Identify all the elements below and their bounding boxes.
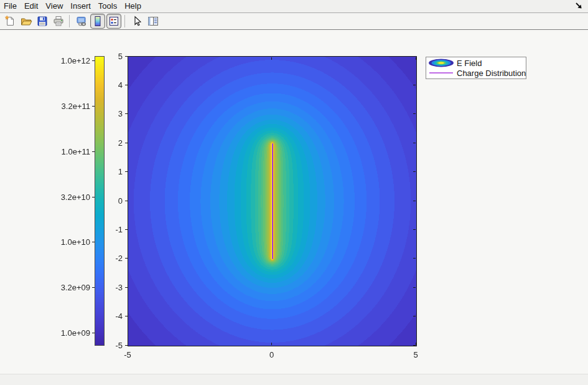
x-axis-tick-top [271, 57, 272, 60]
menu-bar: FileEditViewInsertToolsHelp [0, 0, 588, 13]
link-plot-icon [75, 15, 88, 27]
save-floppy-icon [36, 15, 49, 27]
y-tick-label: 1 [101, 168, 123, 176]
figure-toolbar [0, 13, 588, 30]
colorbar-tick [92, 106, 95, 107]
insert-legend-button[interactable] [106, 14, 121, 29]
pointer-arrow-icon [131, 15, 143, 27]
colorbar-tick-label: 1.0e+10 [54, 238, 90, 246]
efield-contour-swatch [428, 59, 454, 67]
legend-entry-efield: E Field [426, 58, 526, 68]
x-axis-tick-top [416, 57, 416, 60]
legend-label-charge: Charge Distribution [457, 69, 526, 78]
y-axis-tick-right [413, 201, 416, 201]
open-file-button[interactable] [19, 14, 34, 29]
menu-view[interactable]: View [42, 0, 67, 12]
colorbar-tick [92, 333, 95, 333]
y-tick-label: -4 [101, 312, 123, 320]
y-axis-tick [125, 171, 128, 172]
efield-contour-plot [128, 57, 416, 346]
x-tick-label: 0 [259, 351, 284, 359]
axes [128, 56, 417, 346]
y-axis-tick [125, 85, 128, 85]
x-tick-label: 5 [403, 351, 428, 359]
x-axis-tick-top [128, 57, 128, 60]
print-figure-button[interactable] [51, 14, 66, 29]
printer-icon [52, 15, 65, 27]
legend-entry-charge: Charge Distribution [426, 68, 526, 78]
y-tick-label: 0 [101, 197, 123, 205]
y-axis-tick-right [413, 85, 416, 85]
colorbar-tick [92, 60, 95, 61]
colorbar-tick [92, 287, 95, 288]
x-axis-tick [416, 343, 416, 345]
menu-help[interactable]: Help [121, 0, 145, 12]
colorbar-tick-label: 3.2e+11 [54, 102, 90, 110]
y-axis-tick [125, 258, 128, 259]
insert-colorbar-button[interactable] [90, 14, 105, 29]
y-axis-tick [125, 287, 128, 288]
colorbar-tick [92, 242, 95, 242]
y-axis-tick-right [413, 171, 416, 172]
plot-legend[interactable]: E Field Charge Distribution [426, 57, 526, 79]
colorbar-tick-label: 3.2e+10 [54, 193, 90, 201]
y-axis-tick [125, 229, 128, 230]
colorbar-tick [92, 197, 95, 197]
edit-plot-button[interactable] [129, 14, 144, 29]
y-tick-label: -1 [101, 226, 123, 234]
y-axis-tick [125, 113, 128, 114]
new-document-icon [4, 15, 16, 27]
toolbar-separator [124, 15, 125, 27]
y-tick-label: 3 [101, 110, 123, 118]
legend-label-efield: E Field [457, 59, 482, 68]
link-plot-button[interactable] [74, 14, 89, 29]
y-axis-tick-right [413, 56, 416, 57]
menu-file[interactable]: File [0, 0, 21, 12]
y-axis-tick [125, 143, 128, 143]
y-axis-tick [125, 201, 128, 201]
y-axis-tick [125, 56, 128, 57]
x-axis-tick [128, 343, 128, 345]
menu-insert[interactable]: Insert [67, 0, 95, 12]
charge-line-swatch [428, 69, 454, 77]
y-axis-tick-right [413, 316, 416, 316]
status-strip [0, 374, 588, 385]
y-tick-label: 2 [101, 139, 123, 147]
y-axis-tick [125, 316, 128, 316]
colorbar-icon [91, 15, 104, 27]
plot-tools-icon [147, 15, 159, 27]
y-tick-label: -3 [101, 283, 123, 292]
colorbar-tick-label: 1.0e+11 [54, 148, 90, 156]
y-axis-tick-right [413, 287, 416, 288]
colorbar-tick [92, 151, 95, 152]
open-folder-icon [20, 15, 32, 27]
legend-icon [108, 15, 120, 27]
y-tick-label: 5 [101, 52, 123, 60]
toolbar-separator [69, 15, 70, 27]
save-figure-button[interactable] [35, 14, 50, 29]
y-axis-tick-right [413, 229, 416, 230]
y-axis-tick-right [413, 258, 416, 259]
show-plot-tools-button[interactable] [146, 14, 161, 29]
y-tick-label: -2 [101, 254, 123, 262]
menu-edit[interactable]: Edit [21, 0, 42, 12]
y-axis-tick-right [413, 143, 416, 143]
y-tick-label: -5 [101, 341, 123, 349]
figure-canvas: E Field Charge Distribution 543210-1-2-3… [0, 30, 588, 374]
colorbar-tick-label: 1.0e+09 [54, 329, 90, 337]
menu-tools[interactable]: Tools [95, 0, 121, 12]
new-figure-button[interactable] [2, 14, 17, 29]
y-axis-tick-right [413, 113, 416, 114]
colorbar-tick-label: 1.0e+12 [54, 57, 90, 65]
x-tick-label: -5 [115, 351, 140, 359]
x-axis-tick [271, 343, 272, 345]
colorbar-tick-label: 3.2e+09 [54, 283, 90, 292]
dock-figure-icon[interactable] [574, 1, 584, 11]
y-tick-label: 4 [101, 81, 123, 89]
